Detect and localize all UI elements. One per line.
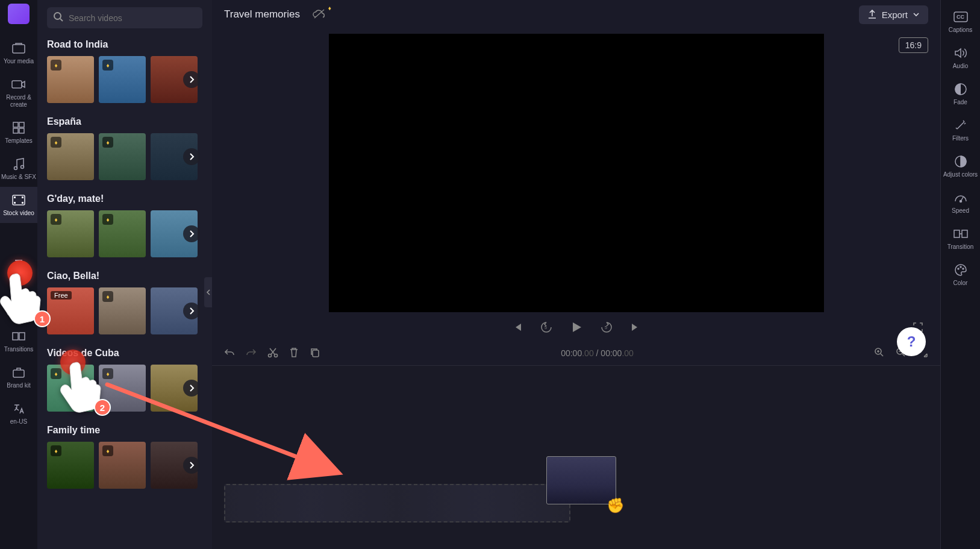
- svg-point-13: [14, 295, 19, 300]
- nav-label: Templates: [5, 137, 33, 145]
- preview-canvas[interactable]: [329, 34, 824, 312]
- briefcase-icon: [11, 365, 26, 380]
- collapse-panel-button[interactable]: [204, 277, 212, 307]
- svg-point-35: [963, 268, 964, 269]
- palette-icon: [953, 263, 968, 277]
- video-thumb[interactable]: ♦: [99, 287, 146, 334]
- project-title[interactable]: Travel memories: [224, 8, 300, 20]
- svg-point-30: [960, 201, 961, 202]
- video-thumb[interactable]: Free: [47, 287, 94, 334]
- nav-label: Your media: [4, 58, 34, 65]
- svg-rect-5: [19, 128, 24, 133]
- svg-rect-15: [13, 333, 18, 340]
- video-thumb[interactable]: ♦: [99, 365, 146, 412]
- video-thumb[interactable]: ♦: [99, 133, 146, 180]
- skip-back-button[interactable]: [512, 322, 523, 333]
- category-espana: España ♦ ♦: [47, 116, 202, 180]
- nav-stock-video[interactable]: Stock video: [0, 187, 37, 223]
- skip-forward-button[interactable]: [630, 322, 641, 333]
- transitions-icon: [11, 329, 26, 344]
- play-button[interactable]: [570, 321, 583, 334]
- category-title: Ciao, Bella!: [47, 271, 202, 281]
- nav-label: Brand kit: [7, 382, 30, 389]
- category-ciao-bella: Ciao, Bella! Free ♦: [47, 271, 202, 334]
- tool-adjust-colors[interactable]: Adjust colors: [941, 148, 980, 184]
- tool-label: Transition: [947, 243, 974, 251]
- tool-color[interactable]: Color: [941, 257, 980, 293]
- tool-audio[interactable]: Audio: [941, 40, 980, 76]
- wand-icon: [953, 118, 968, 133]
- help-button[interactable]: ?: [897, 327, 926, 356]
- nav-templates[interactable]: Templates: [0, 115, 37, 151]
- svg-rect-11: [22, 196, 23, 198]
- export-label: Export: [882, 10, 908, 20]
- transition-icon: [953, 227, 968, 241]
- delete-button[interactable]: [289, 347, 299, 360]
- svg-rect-16: [19, 333, 25, 340]
- nav-graphics[interactable]: Graphics: [0, 287, 37, 323]
- category-family-time: Family time ♦ ♦: [47, 425, 202, 489]
- tool-transition[interactable]: Transition: [941, 221, 980, 257]
- tool-speed[interactable]: Speed: [941, 184, 980, 221]
- forward-5-button[interactable]: 5: [600, 321, 613, 334]
- tool-filters[interactable]: Filters: [941, 112, 980, 148]
- tool-label: Captions: [949, 27, 972, 34]
- nav-label: Transitions: [4, 346, 34, 353]
- search-input[interactable]: [69, 13, 196, 23]
- nav-label: Stock video: [3, 210, 34, 217]
- premium-icon: ♦: [51, 445, 61, 456]
- language-icon: [11, 401, 26, 416]
- svg-rect-10: [14, 202, 16, 204]
- next-arrow[interactable]: [183, 380, 200, 397]
- timeline-toolbar: 00:00.00 / 00:00.00: [212, 341, 940, 365]
- cloud-sync-icon[interactable]: ♦: [312, 8, 326, 21]
- nav-brand-kit[interactable]: Brand kit: [0, 359, 37, 395]
- tool-captions[interactable]: CC Captions: [941, 4, 980, 40]
- cc-icon: CC: [953, 10, 968, 24]
- svg-point-18: [54, 13, 61, 19]
- next-arrow[interactable]: [183, 225, 200, 242]
- nav-transitions[interactable]: Transitions: [0, 323, 37, 359]
- category-road-to-india: Road to India ♦ ♦: [47, 39, 202, 103]
- video-thumb[interactable]: ♦: [47, 210, 94, 257]
- chevron-down-icon: [913, 12, 920, 17]
- timeline[interactable]: ✊ Drag & drop videos here: [212, 365, 940, 549]
- next-arrow[interactable]: [183, 148, 200, 165]
- nav-your-media[interactable]: Your media: [0, 35, 37, 71]
- tool-fade[interactable]: Fade: [941, 76, 980, 112]
- premium-icon: ♦: [102, 445, 113, 456]
- undo-button[interactable]: [224, 348, 235, 359]
- video-thumb[interactable]: ♦: [47, 133, 94, 180]
- nav-label: Graphics: [7, 310, 31, 317]
- nav-record-create[interactable]: Record & create: [0, 71, 37, 115]
- film-icon: [11, 193, 26, 207]
- svg-rect-1: [12, 81, 22, 88]
- export-button[interactable]: Export: [859, 5, 928, 24]
- graphics-icon: [11, 293, 26, 307]
- rewind-5-button[interactable]: 5: [540, 321, 553, 334]
- cut-button[interactable]: [267, 347, 278, 360]
- aspect-ratio-button[interactable]: 16:9: [899, 37, 928, 53]
- nav-language[interactable]: en-US: [0, 395, 37, 431]
- next-arrow[interactable]: [183, 71, 200, 88]
- timecode-display: 00:00.00 / 00:00.00: [561, 348, 634, 358]
- next-arrow[interactable]: [183, 303, 200, 319]
- zoom-in-button[interactable]: [874, 347, 885, 360]
- tool-label: Fade: [953, 99, 967, 106]
- video-thumb[interactable]: ♦: [99, 56, 146, 103]
- svg-point-6: [14, 167, 17, 170]
- app-logo[interactable]: [8, 4, 30, 24]
- video-thumb[interactable]: ♦: [99, 210, 146, 257]
- nav-music-sfx[interactable]: Music & SFX: [0, 151, 37, 187]
- music-icon: [11, 157, 26, 171]
- premium-spark-icon: ♦: [328, 5, 331, 11]
- video-thumb[interactable]: ♦: [99, 442, 146, 489]
- timeline-drop-zone[interactable]: [224, 484, 570, 522]
- video-thumb[interactable]: ♦: [47, 442, 94, 489]
- duplicate-button[interactable]: [310, 347, 320, 360]
- redo-button[interactable]: [246, 348, 257, 359]
- free-badge: Free: [51, 291, 72, 300]
- video-thumb[interactable]: ♦: [47, 56, 94, 103]
- next-arrow[interactable]: [183, 457, 200, 474]
- search-box[interactable]: [47, 7, 202, 28]
